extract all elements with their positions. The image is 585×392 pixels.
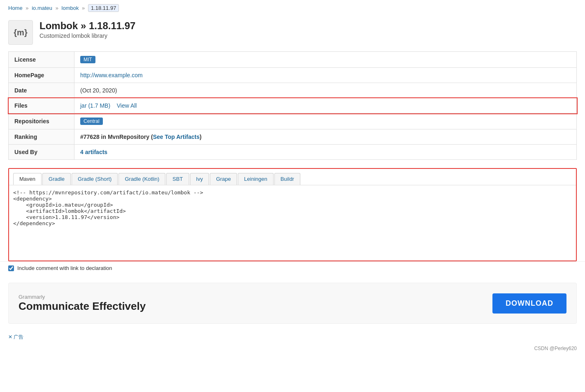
ranking-link[interactable]: See Top Artifacts	[153, 134, 200, 140]
files-jar-link[interactable]: jar (1.7 MB)	[80, 102, 110, 109]
license-label: License	[9, 52, 74, 68]
license-badge: MIT	[80, 56, 95, 63]
dep-tab-buildr[interactable]: Buildr	[274, 173, 300, 185]
usedby-link[interactable]: 4 artifacts	[80, 149, 107, 155]
artifact-icon: {m}	[8, 20, 33, 45]
homepage-label: HomePage	[9, 68, 74, 83]
ad-brand: Grammarly	[19, 294, 146, 300]
info-table: License MIT HomePage http://www.example.…	[8, 51, 577, 160]
artifact-title: Lombok » 1.18.11.97	[39, 20, 135, 32]
ad-download-button[interactable]: DOWNLOAD	[492, 293, 566, 314]
breadcrumb-home[interactable]: Home	[8, 5, 23, 11]
license-value: MIT	[74, 52, 577, 68]
usedby-value: 4 artifacts	[74, 145, 577, 160]
artifact-title-block: Lombok » 1.18.11.97 Customized lombok li…	[39, 20, 135, 39]
dep-tab-gradle[interactable]: Gradle	[42, 173, 71, 185]
homepage-row: HomePage http://www.example.com	[9, 68, 577, 83]
dependency-code[interactable]	[13, 189, 572, 255]
date-value: (Oct 20, 2020)	[74, 83, 577, 98]
ranking-value: #77628 in MvnRepository (See Top Artifac…	[74, 129, 577, 145]
files-viewall-link[interactable]: View All	[117, 102, 137, 109]
files-row: Files jar (1.7 MB) View All	[9, 98, 577, 113]
repositories-label: Repositories	[9, 113, 74, 129]
breadcrumb-artifact[interactable]: lombok	[62, 5, 79, 11]
dep-tab-gradle--short-[interactable]: Gradle (Short)	[72, 173, 118, 185]
checkbox-row: Include comment with link to declaration	[0, 261, 585, 274]
dep-tab-grape[interactable]: Grape	[210, 173, 237, 185]
dependency-section: MavenGradleGradle (Short)Gradle (Kotlin)…	[8, 168, 577, 261]
ad-headline: Communicate Effectively	[19, 300, 146, 313]
ad-section: Grammarly Communicate Effectively DOWNLO…	[8, 283, 577, 324]
dep-tab-gradle--kotlin-[interactable]: Gradle (Kotlin)	[118, 173, 165, 185]
ad-left: Grammarly Communicate Effectively	[19, 294, 146, 313]
dep-tab-ivy[interactable]: Ivy	[190, 173, 209, 185]
homepage-value: http://www.example.com	[74, 68, 577, 83]
footer-attribution: CSDN @Perley620	[534, 346, 577, 351]
breadcrumb-group[interactable]: io.mateu	[32, 5, 52, 11]
dep-tab-leiningen[interactable]: Leiningen	[238, 173, 273, 185]
usedby-row: Used By 4 artifacts	[9, 145, 577, 160]
ranking-label: Ranking	[9, 129, 74, 145]
date-label: Date	[9, 83, 74, 98]
ad-footer: ✕ 广告	[0, 332, 585, 342]
date-row: Date (Oct 20, 2020)	[9, 83, 577, 98]
breadcrumb-version: 1.18.11.97	[88, 4, 119, 12]
dependency-tabs: MavenGradleGradle (Short)Gradle (Kotlin)…	[9, 169, 576, 185]
license-row: License MIT	[9, 52, 577, 68]
artifact-header: {m} Lombok » 1.18.11.97 Customized lombo…	[0, 16, 585, 51]
artifact-subtitle: Customized lombok library	[39, 32, 135, 39]
dep-tab-sbt[interactable]: SBT	[166, 173, 189, 185]
dep-tab-maven[interactable]: Maven	[13, 173, 42, 185]
ad-close[interactable]: ✕ 广告	[8, 334, 23, 341]
repositories-row: Repositories Central	[9, 113, 577, 129]
usedby-label: Used By	[9, 145, 74, 160]
repositories-badge: Central	[80, 118, 103, 125]
include-comment-checkbox[interactable]	[8, 265, 14, 271]
files-label: Files	[9, 98, 74, 113]
repositories-value: Central	[74, 113, 577, 129]
files-value: jar (1.7 MB) View All	[74, 98, 577, 113]
ranking-row: Ranking #77628 in MvnRepository (See Top…	[9, 129, 577, 145]
dependency-code-area	[9, 185, 576, 261]
homepage-link[interactable]: http://www.example.com	[80, 72, 143, 78]
page-footer: CSDN @Perley620	[0, 342, 585, 355]
breadcrumb: Home » io.mateu » lombok » 1.18.11.97	[0, 0, 585, 16]
include-comment-label: Include comment with link to declaration	[17, 265, 112, 271]
